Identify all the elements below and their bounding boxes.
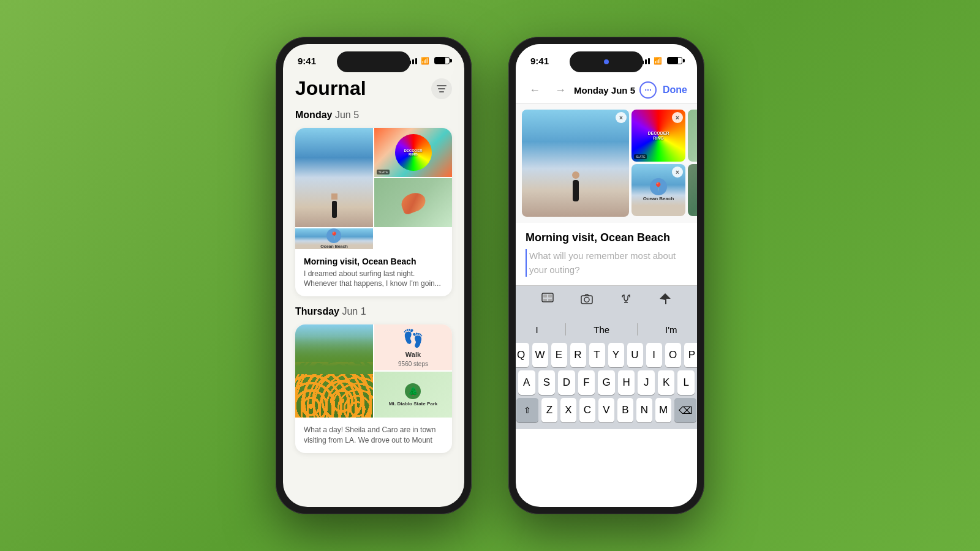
key-row-3: ⇧ Z X C V B N M ⌫: [518, 398, 695, 422]
photo-library-button[interactable]: [541, 292, 554, 309]
key-s[interactable]: S: [538, 370, 556, 395]
key-f[interactable]: F: [578, 370, 595, 395]
shift-key[interactable]: ⇧: [516, 398, 538, 422]
editor-title: Morning visit, Ocean Beach: [526, 231, 687, 244]
entry-1-text: Morning visit, Ocean Beach I dreamed abo…: [295, 249, 452, 297]
key-k[interactable]: K: [658, 370, 675, 395]
suggestion-i[interactable]: I: [528, 322, 545, 337]
key-p[interactable]: P: [684, 343, 698, 367]
status-icons-2: 📶: [639, 57, 682, 65]
key-l[interactable]: L: [677, 370, 695, 395]
more-button[interactable]: ···: [639, 81, 657, 99]
park-card: 🌲 Mt. Diablo State Park: [374, 372, 452, 418]
key-t[interactable]: T: [589, 343, 605, 367]
audio-button[interactable]: [619, 292, 633, 309]
key-d[interactable]: D: [558, 370, 575, 395]
section-2-header: Thursday Jun 1: [295, 306, 452, 317]
beach-photo: [295, 128, 373, 227]
key-y[interactable]: Y: [608, 343, 624, 367]
key-x[interactable]: X: [560, 398, 576, 422]
journal-content: Journal Monday Jun 5: [283, 77, 464, 463]
key-row-1: Q W E R T Y U I O P: [518, 343, 695, 367]
undo-button[interactable]: ←: [526, 81, 544, 99]
ocean-beach-label: Ocean Beach: [320, 244, 347, 249]
entry-2-body: What a day! Sheila and Caro are in town …: [304, 425, 443, 446]
suggestion-im[interactable]: I'm: [658, 322, 685, 337]
phone-1: 9:41 📶 Journal: [276, 37, 472, 514]
key-a[interactable]: A: [518, 370, 535, 395]
suggestions-bar: I The I'm: [518, 318, 695, 340]
blue-dot: [604, 59, 609, 64]
photo-strip: × DECODERRING SLATE × ×: [516, 103, 697, 223]
remove-ocean-button[interactable]: ×: [672, 167, 683, 178]
svg-point-6: [584, 298, 589, 302]
phone-2: 9:41 📶 ← → Monday Jun 5: [508, 37, 704, 514]
editor-placeholder: What will you remember most about your o…: [526, 249, 687, 277]
editor-body[interactable]: Morning visit, Ocean Beach What will you…: [516, 223, 697, 285]
journal-title: Journal: [295, 77, 366, 100]
backspace-key[interactable]: ⌫: [674, 398, 696, 422]
svg-rect-3: [543, 299, 547, 301]
entry-card-2[interactable]: 👣 Walk 9560 steps 🌲 Mt. Diablo State Par…: [295, 324, 452, 453]
entry-2-text: What a day! Sheila and Caro are in town …: [295, 418, 452, 453]
strip-shell-photo: ×: [688, 110, 697, 162]
wifi-icon-1: 📶: [421, 57, 429, 65]
key-j[interactable]: J: [638, 370, 655, 395]
key-r[interactable]: R: [570, 343, 586, 367]
location-button[interactable]: [658, 292, 672, 309]
remove-beach-button[interactable]: ×: [616, 112, 627, 123]
park-pin-icon: 🌲: [405, 383, 421, 399]
status-icons-1: 📶: [406, 57, 450, 65]
photo-grid-2: 👣 Walk 9560 steps 🌲 Mt. Diablo State Par…: [295, 324, 452, 418]
footprint-icon: 👣: [402, 328, 424, 348]
camera-button[interactable]: [580, 292, 594, 309]
editor-toolbar: ← → Monday Jun 5 ··· Done: [516, 77, 697, 103]
toolbar-date: Monday Jun 5: [574, 85, 635, 96]
key-m[interactable]: M: [655, 398, 671, 422]
key-i[interactable]: I: [646, 343, 662, 367]
strip-decoder-photo: DECODERRING SLATE ×: [631, 110, 685, 162]
strip-ocean-photo: 📍 Ocean Beach ×: [631, 164, 685, 216]
strip-beach-photo: ×: [522, 110, 629, 217]
battery-icon-2: [667, 57, 682, 64]
key-z[interactable]: Z: [541, 398, 557, 422]
photo-grid-1: DECODERRING SLATE 📍: [295, 128, 452, 249]
key-v[interactable]: V: [598, 398, 614, 422]
section-1-header: Monday Jun 5: [295, 110, 452, 121]
key-u[interactable]: U: [627, 343, 643, 367]
key-o[interactable]: O: [665, 343, 681, 367]
entry-1-title: Morning visit, Ocean Beach: [304, 257, 443, 266]
done-button[interactable]: Done: [663, 84, 687, 96]
entry-1-body: I dreamed about surfing last night. When…: [304, 269, 443, 290]
decoder-ring-photo: DECODERRING SLATE: [374, 128, 452, 177]
key-h[interactable]: H: [618, 370, 635, 395]
wifi-icon-2: 📶: [654, 57, 662, 65]
key-g[interactable]: G: [598, 370, 615, 395]
walk-label: Walk: [405, 351, 421, 358]
svg-rect-1: [543, 294, 547, 298]
dynamic-island-2: [570, 51, 643, 72]
phone-1-screen: 9:41 📶 Journal: [283, 44, 464, 507]
time-1: 9:41: [298, 56, 316, 66]
entry-card-1[interactable]: DECODERRING SLATE 📍: [295, 128, 452, 296]
time-2: 9:41: [530, 56, 549, 66]
key-q[interactable]: Q: [516, 343, 529, 367]
remove-decoder-button[interactable]: ×: [672, 112, 683, 123]
key-e[interactable]: E: [551, 343, 567, 367]
journal-scroll: Journal Monday Jun 5: [283, 77, 464, 507]
key-row-2: A S D F G H J K L: [518, 370, 695, 395]
dynamic-island-1: [337, 51, 410, 72]
toolbar-actions: ··· Done: [639, 81, 687, 99]
key-b[interactable]: B: [617, 398, 633, 422]
key-c[interactable]: C: [579, 398, 595, 422]
svg-rect-2: [548, 294, 552, 298]
input-toolbar: [516, 285, 697, 315]
strip-dog-photo: ×: [688, 164, 697, 216]
filter-button[interactable]: [431, 78, 452, 99]
key-w[interactable]: W: [532, 343, 548, 367]
redo-button[interactable]: →: [551, 81, 570, 99]
key-n[interactable]: N: [636, 398, 652, 422]
flower-field-photo: [295, 324, 373, 418]
suggestion-the[interactable]: The: [586, 322, 617, 337]
phone-2-screen: 9:41 📶 ← → Monday Jun 5: [516, 44, 697, 507]
